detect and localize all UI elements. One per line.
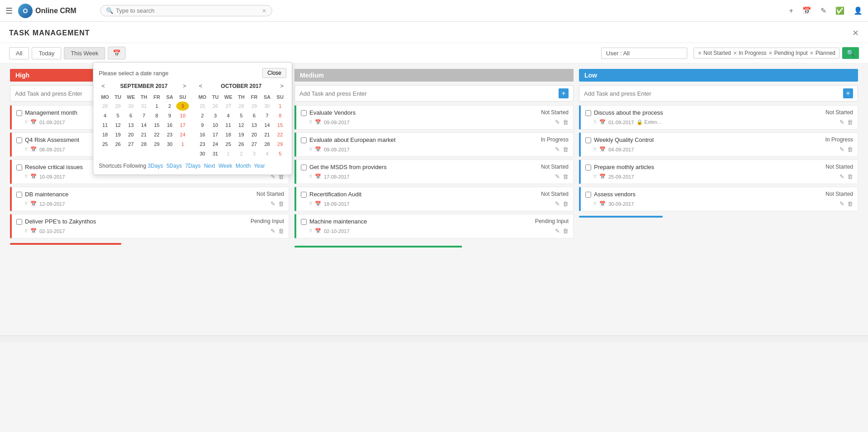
cal-day[interactable]: 11 (99, 121, 111, 130)
tasks-nav-icon[interactable]: ✅ (835, 6, 844, 15)
hamburger-icon[interactable]: ☰ (5, 6, 13, 16)
cal-day[interactable]: 29 (150, 140, 163, 149)
cal-day[interactable]: 9 (196, 121, 209, 130)
cal-day[interactable]: 1 (150, 102, 163, 111)
delete-task-button[interactable]: 🗑 (847, 146, 853, 153)
medium-add-task-input[interactable] (299, 90, 556, 97)
cal-day[interactable]: 4 (222, 111, 235, 120)
cal-day[interactable]: 13 (125, 121, 137, 130)
cal-day[interactable]: 30 (125, 102, 137, 111)
cal-day[interactable]: 16 (196, 130, 209, 139)
cal-day[interactable]: 12 (235, 121, 248, 130)
cal-day[interactable]: 10 (176, 111, 189, 120)
cal-day[interactable]: 8 (274, 111, 286, 120)
task-checkbox[interactable] (585, 165, 591, 170)
edit-task-button[interactable]: ✎ (555, 173, 560, 180)
oct-prev-button[interactable]: < (196, 82, 205, 90)
cal-day[interactable]: 25 (196, 102, 209, 111)
remove-not-started[interactable]: ✕ (698, 50, 702, 56)
task-checkbox[interactable] (301, 137, 307, 143)
delete-task-button[interactable]: 🗑 (847, 200, 853, 207)
user-filter-input[interactable] (601, 48, 687, 59)
cal-day[interactable]: 28 (99, 102, 111, 111)
cal-day[interactable]: 25 (99, 140, 111, 149)
cal-day[interactable]: 7 (138, 111, 150, 120)
cal-day-today[interactable]: 3 (176, 102, 189, 111)
delete-task-button[interactable]: 🗑 (847, 173, 853, 180)
search-go-button[interactable]: 🔍 (842, 47, 859, 59)
edit-task-button[interactable]: ✎ (839, 119, 844, 126)
edit-task-button[interactable]: ✎ (555, 146, 560, 153)
task-checkbox[interactable] (585, 137, 591, 143)
cal-day[interactable]: 21 (261, 130, 274, 139)
cal-day[interactable]: 28 (138, 140, 150, 149)
task-checkbox[interactable] (16, 110, 22, 116)
shortcut-next[interactable]: Next (204, 163, 215, 169)
task-checkbox[interactable] (301, 165, 307, 170)
edit-task-button[interactable]: ✎ (270, 228, 275, 234)
cal-day[interactable]: 13 (248, 121, 260, 130)
task-checkbox[interactable] (301, 192, 307, 198)
edit-task-button[interactable]: ✎ (839, 200, 844, 207)
cal-day[interactable]: 1 (274, 102, 286, 111)
drag-handle[interactable]: ⠿ (24, 228, 28, 233)
remove-planned[interactable]: ✕ (810, 50, 814, 56)
cal-day[interactable]: 4 (99, 111, 111, 120)
low-add-task-input[interactable] (584, 90, 840, 97)
cal-day[interactable]: 11 (222, 121, 235, 130)
cal-day[interactable]: 20 (248, 130, 260, 139)
cal-day[interactable]: 22 (274, 130, 286, 139)
remove-pending-input[interactable]: ✕ (768, 50, 772, 56)
delete-task-button[interactable]: 🗑 (563, 173, 569, 180)
cal-day[interactable]: 21 (138, 130, 150, 139)
drag-handle[interactable]: ⠿ (593, 201, 597, 206)
delete-task-button[interactable]: 🗑 (278, 200, 284, 207)
tab-all[interactable]: All (9, 47, 29, 59)
task-checkbox[interactable] (16, 165, 22, 170)
tab-today[interactable]: Today (32, 47, 61, 59)
cal-day[interactable]: 5 (112, 111, 125, 120)
cal-day[interactable]: 2 (235, 149, 248, 158)
cal-day[interactable]: 7 (261, 111, 274, 120)
close-page-button[interactable]: ✕ (852, 28, 859, 38)
cal-day[interactable]: 29 (248, 102, 260, 111)
cal-day[interactable]: 24 (209, 140, 222, 149)
cal-day[interactable]: 19 (235, 130, 248, 139)
cal-day[interactable]: 29 (274, 140, 286, 149)
cal-day[interactable]: 2 (196, 111, 209, 120)
cal-day[interactable]: 15 (274, 121, 286, 130)
medium-add-task-button[interactable]: + (559, 88, 569, 98)
cal-day[interactable]: 3 (248, 149, 260, 158)
edit-task-button[interactable]: ✎ (270, 200, 275, 207)
cal-day[interactable]: 27 (222, 102, 235, 111)
cal-day[interactable]: 6 (125, 111, 137, 120)
delete-task-button[interactable]: 🗑 (563, 228, 569, 234)
calendar-nav-icon[interactable]: 📅 (802, 6, 811, 15)
cal-day[interactable]: 18 (222, 130, 235, 139)
cal-day[interactable]: 1 (222, 149, 235, 158)
sept-next-button[interactable]: > (180, 82, 189, 90)
drag-handle[interactable]: ⠿ (24, 201, 28, 206)
cal-day[interactable]: 26 (112, 140, 125, 149)
cal-day[interactable]: 20 (125, 130, 137, 139)
task-checkbox[interactable] (301, 110, 307, 116)
cal-day[interactable]: 30 (261, 102, 274, 111)
cal-day[interactable]: 25 (222, 140, 235, 149)
oct-next-button[interactable]: > (277, 82, 286, 90)
add-nav-icon[interactable]: + (789, 7, 793, 15)
cal-day[interactable]: 4 (261, 149, 274, 158)
cal-day[interactable]: 28 (235, 102, 248, 111)
drag-handle[interactable]: ⠿ (309, 228, 312, 233)
cal-day[interactable]: 16 (164, 121, 176, 130)
shortcut-year[interactable]: Year (254, 163, 265, 169)
drag-handle[interactable]: ⠿ (593, 120, 597, 125)
drag-handle[interactable]: ⠿ (309, 201, 312, 206)
search-input[interactable] (116, 7, 262, 14)
delete-task-button[interactable]: 🗑 (847, 119, 853, 126)
task-checkbox[interactable] (585, 110, 591, 116)
cal-day[interactable]: 3 (209, 111, 222, 120)
cal-day[interactable]: 15 (150, 121, 163, 130)
shortcut-7days[interactable]: 7Days (185, 163, 201, 169)
cal-day[interactable]: 24 (176, 130, 189, 139)
calendar-picker-button[interactable]: 📅 (108, 47, 125, 59)
